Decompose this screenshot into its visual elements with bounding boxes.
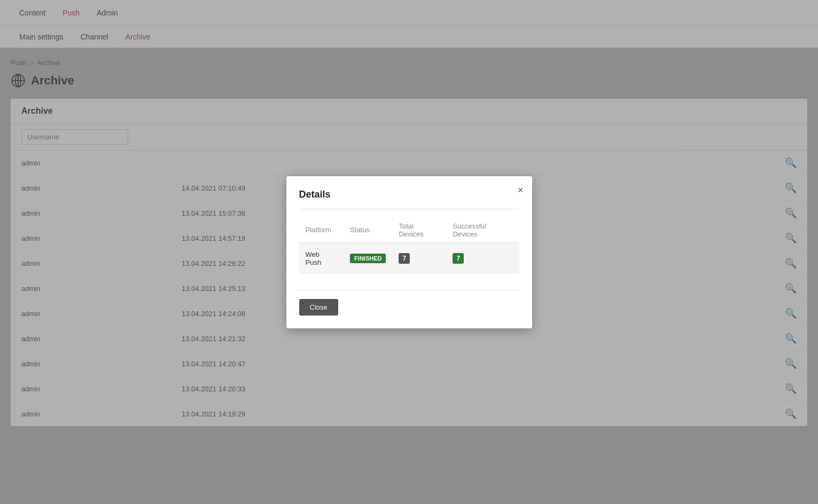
col-status: Status: [344, 218, 392, 243]
modal-footer: Close: [299, 290, 519, 316]
successful-devices-cell: 7: [446, 242, 519, 274]
total-devices-badge: 7: [399, 253, 410, 264]
successful-devices-badge: 7: [453, 253, 464, 264]
col-successful-devices: Successful Devices: [446, 218, 519, 243]
modal-title: Details: [299, 189, 519, 200]
status-badge: FINISHED: [350, 254, 386, 263]
platform-cell: Web Push: [299, 242, 344, 274]
modal-overlay: Details × Platform Status Total Devices …: [0, 0, 818, 504]
details-modal: Details × Platform Status Total Devices …: [286, 176, 532, 328]
modal-close-x-button[interactable]: ×: [518, 185, 524, 196]
close-button[interactable]: Close: [299, 299, 338, 316]
modal-details-table: Platform Status Total Devices Successful…: [299, 218, 519, 274]
status-cell: FINISHED: [344, 242, 392, 274]
modal-divider: [299, 209, 519, 209]
col-total-devices: Total Devices: [392, 218, 446, 243]
col-platform: Platform: [299, 218, 344, 243]
table-row: Web Push FINISHED 7 7: [299, 242, 519, 274]
total-devices-cell: 7: [392, 242, 446, 274]
